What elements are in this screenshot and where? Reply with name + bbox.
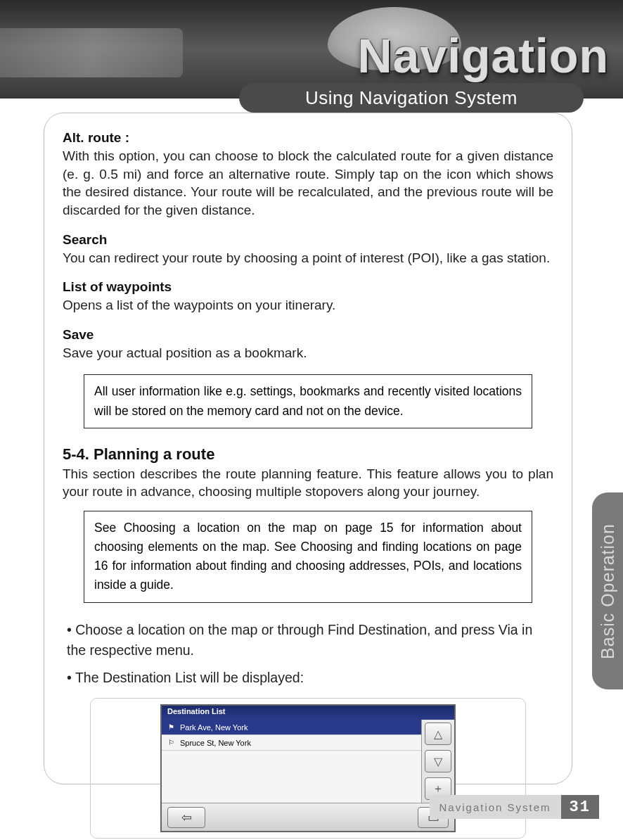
option-body-alt-route: With this option, you can choose to bloc… [63,147,553,219]
destination-list-body: ⚑ Park Ave, New York ⚐ Spruce St, New Yo… [162,720,454,803]
bullet-choose-location: • Choose a location on the map or throug… [67,620,553,661]
list-item-label: Park Ave, New York [180,723,248,732]
scroll-down-button[interactable]: ▽ [425,750,451,772]
section-heading-planning: 5-4. Planning a route [63,445,553,464]
destination-list-window: Destination List ⚑ Park Ave, New York ⚐ … [160,704,456,832]
destination-list-rows: ⚑ Park Ave, New York ⚐ Spruce St, New Yo… [162,720,422,803]
section-intro-planning: This section describes the route plannin… [63,465,553,501]
chevron-up-icon: △ [434,727,442,741]
destination-flag-icon: ⚑ [166,723,176,732]
option-alt-route: Alt. route : With this option, you can c… [63,130,553,219]
arrow-left-icon: ⇦ [181,810,192,825]
list-item[interactable]: ⚐ Spruce St, New York [162,735,421,751]
option-save: Save Save your actual position as a book… [63,327,553,362]
destination-list-footer: ⇦ ▭ [162,803,454,831]
banner-road-graphic [0,28,183,77]
option-heading-save: Save [63,327,553,343]
note-references: See Choosing a location on the map on pa… [84,511,532,603]
chevron-down-icon: ▽ [434,755,442,768]
page-footer: Navigation System 31 [430,795,599,819]
note-storage: All user information like e.g. settings,… [84,374,532,428]
side-tab-label: Basic Operation [598,523,618,659]
destination-list-sidebar: △ ▽ ＋ [422,720,454,803]
option-body-search: You can redirect your route by choosing … [63,249,553,267]
page-number: 31 [561,795,599,819]
destination-list-header: Destination List [162,706,454,720]
plus-icon: ＋ [432,782,444,796]
content-box: Alt. route : With this option, you can c… [44,113,572,784]
banner-title: Navigation [357,28,609,83]
option-heading-waypoints: List of waypoints [63,279,553,295]
footer-label: Navigation System [430,795,561,819]
list-item-label: Spruce St, New York [180,739,251,747]
side-tab: Basic Operation [592,492,623,689]
option-body-save: Save your actual position as a bookmark. [63,344,553,362]
option-body-waypoints: Opens a list of the waypoints on your it… [63,296,553,314]
waypoint-flag-icon: ⚐ [166,738,176,748]
scroll-up-button[interactable]: △ [425,723,451,745]
bullet-destination-list: • The Destination List will be displayed… [67,668,553,688]
option-waypoints: List of waypoints Opens a list of the wa… [63,279,553,314]
section-title-tab: Using Navigation System [239,83,584,113]
option-heading-alt-route: Alt. route : [63,130,553,146]
option-heading-search: Search [63,232,553,248]
option-search: Search You can redirect your route by ch… [63,232,553,267]
list-item[interactable]: ⚑ Park Ave, New York [162,720,421,735]
back-button[interactable]: ⇦ [167,807,205,828]
